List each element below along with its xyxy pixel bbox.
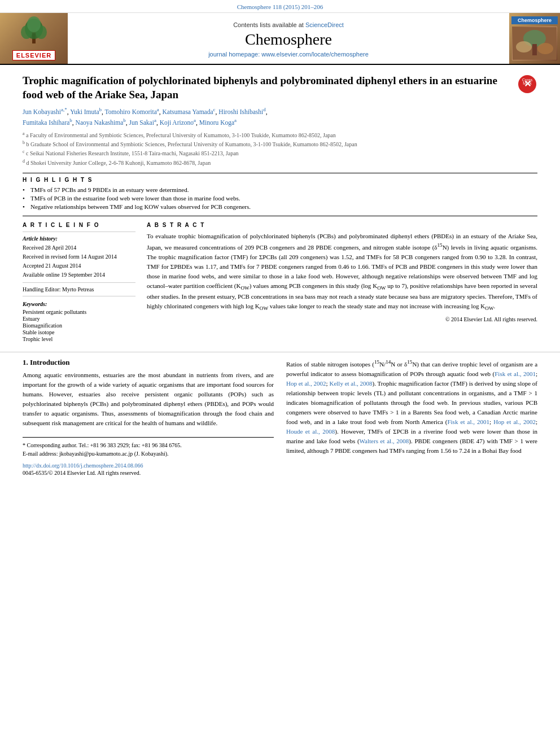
author-arizono: Koji Arizono: [160, 119, 194, 126]
main-content: 1. Introduction Among aquatic environmen…: [0, 352, 560, 485]
keyword-4: Stable isotope: [23, 329, 135, 335]
journal-right-logo: Chemosphere: [509, 13, 560, 64]
info-rule-2: [23, 282, 135, 283]
introduction-text-right: Ratios of stable nitrogen isotopes (15N/…: [286, 358, 537, 456]
affiliation-a: a a Faculty of Environmental and Symbiot…: [23, 130, 537, 139]
affiliation-b: b b Graduate School of Environmental and…: [23, 139, 537, 148]
ref-walters-2008[interactable]: Walters et al., 2008: [360, 438, 409, 444]
history-label: Article history:: [23, 235, 135, 242]
ref-houde-2008[interactable]: Houde et al., 2008: [286, 428, 335, 435]
keyword-5: Trophic level: [23, 336, 135, 342]
highlight-item-1: TMFs of 57 PCBs and 9 PBDEs in an estuar…: [23, 186, 537, 193]
journal-title-section: Contents lists available at ScienceDirec…: [68, 13, 509, 64]
footnote-bar: * Corresponding author. Tel.: +81 96 383…: [23, 437, 274, 476]
journal-cover-image: [512, 27, 557, 60]
highlights-top-rule: [23, 173, 537, 173]
journal-reference-bar: Chemosphere 118 (2015) 201–206: [0, 0, 560, 13]
svg-point-8: [537, 43, 553, 54]
intro-col-right: Ratios of stable nitrogen isotopes (15N/…: [286, 358, 537, 476]
elsevier-plant-icon: [14, 16, 54, 47]
article-title: Trophic magnification of polychlorinated…: [23, 74, 510, 102]
affiliation-d: d d Shokei University Junior College, 2-…: [23, 158, 537, 167]
article-info-abstract-section: A R T I C L E I N F O Article history: R…: [23, 222, 537, 343]
intro-col-left: 1. Introduction Among aquatic environmen…: [23, 358, 274, 476]
svg-point-4: [27, 16, 41, 32]
introduction-text-left: Among aquatic environments, estuaries ar…: [23, 370, 274, 428]
journal-header: ELSEVIER Contents lists available at Sci…: [0, 13, 560, 65]
highlight-item-3: Negative relationships between TMF and l…: [23, 203, 537, 210]
info-rule-1: [23, 231, 135, 232]
highlight-item-2: TMFs of PCB in the estuarine food web we…: [23, 195, 537, 202]
article-title-section: Trophic magnification of polychlorinated…: [23, 74, 537, 102]
history-revised: Received in revised form 14 August 2014: [23, 253, 135, 261]
doi-section: http://dx.doi.org/10.1016/j.chemosphere.…: [23, 461, 274, 470]
journal-homepage: journal homepage: www.elsevier.com/locat…: [208, 51, 369, 58]
journal-name: Chemosphere: [245, 30, 332, 49]
abstract-header: A B S T R A C T: [147, 222, 537, 228]
abstract-column: A B S T R A C T To evaluate trophic biom…: [147, 222, 537, 343]
svg-point-7: [516, 41, 532, 53]
affiliation-c: c c Seikai National Fisheries Research I…: [23, 148, 537, 158]
page: Chemosphere 118 (2015) 201–206 ELSEVIER …: [0, 0, 560, 747]
ref-fisk-2001[interactable]: Fisk et al., 2001: [495, 370, 536, 377]
email-note: E-mail address: jkobayashi@pu-kumamoto.a…: [23, 449, 274, 458]
article-info-top-rule: [23, 216, 537, 216]
author-koga: Minoru Koga: [199, 119, 234, 126]
author-imuta: Yuki Imuta: [70, 108, 99, 115]
article-info-column: A R T I C L E I N F O Article history: R…: [23, 222, 135, 343]
svg-rect-9: [532, 44, 537, 55]
article-info-header: A R T I C L E I N F O: [23, 222, 135, 228]
cover-image-svg: [513, 27, 557, 60]
author-ishihara: Fumitaka Ishihara: [23, 119, 69, 126]
author-kobayashi: Jun Kobayashi: [23, 108, 61, 115]
elsevier-logo-section: ELSEVIER: [0, 13, 68, 64]
keywords-label: Keywords:: [23, 301, 135, 307]
introduction-title: 1. Introduction: [23, 358, 274, 367]
author-ishibashi: Hiroshi Ishibashi: [218, 108, 263, 115]
keyword-1: Persistent organic pollutants: [23, 309, 135, 315]
keyword-2: Estuary: [23, 316, 135, 322]
journal-reference-text: Chemosphere 118 (2015) 201–206: [237, 3, 323, 10]
ref-fisk-2001b[interactable]: Fisk et al., 2001: [447, 418, 489, 425]
article-body: Trophic magnification of polychlorinated…: [0, 65, 560, 352]
author-nakashima: Naoya Nakashima: [76, 119, 124, 126]
author-yamada: Katsumasa Yamada: [163, 108, 213, 115]
highlights-header: H I G H L I G H T S: [23, 177, 537, 183]
author-komorita: Tomohiro Komorita: [105, 108, 157, 115]
abstract-text: To evaluate trophic biomagnification of …: [147, 231, 537, 313]
author-sakai: Jun Sakai: [129, 119, 154, 126]
keyword-3: Biomagnification: [23, 322, 135, 329]
corresponding-author-note: * Corresponding author. Tel.: +81 96 383…: [23, 441, 274, 449]
ref-hop-2002b[interactable]: Hop et al., 2002: [493, 418, 536, 425]
introduction-two-col: 1. Introduction Among aquatic environmen…: [23, 358, 537, 476]
sciencedirect-link-text[interactable]: ScienceDirect: [305, 21, 344, 28]
ref-hop-2002[interactable]: Hop et al., 2002: [286, 380, 326, 387]
history-received: Received 28 April 2014: [23, 244, 135, 252]
handling-editor: Handling Editor: Myrto Petreas: [23, 286, 135, 292]
svg-text:Mark: Mark: [523, 81, 532, 85]
info-rule-3: [23, 296, 135, 296]
issn-text: 0045-6535/© 2014 Elsevier Ltd. All right…: [23, 470, 274, 476]
authors: Jun Kobayashia,*, Yuki Imutab, Tomohiro …: [23, 106, 537, 128]
history-online: Available online 19 September 2014: [23, 271, 135, 279]
elsevier-wordmark: ELSEVIER: [12, 50, 55, 60]
ref-kelly-2008[interactable]: Kelly et al., 2008: [329, 380, 372, 387]
history-accepted: Accepted 21 August 2014: [23, 262, 135, 270]
affiliations: a a Faculty of Environmental and Symbiot…: [23, 130, 537, 167]
crossmark-icon[interactable]: ✕ Cross Mark: [517, 74, 537, 94]
doi-link[interactable]: http://dx.doi.org/10.1016/j.chemosphere.…: [23, 462, 143, 469]
highlights-list: TMFs of 57 PCBs and 9 PBDEs in an estuar…: [23, 186, 537, 210]
right-journal-label: Chemosphere: [511, 16, 558, 24]
sciencedirect-label: Contents lists available at ScienceDirec…: [233, 21, 344, 28]
copyright-text: © 2014 Elsevier Ltd. All rights reserved…: [147, 316, 537, 322]
